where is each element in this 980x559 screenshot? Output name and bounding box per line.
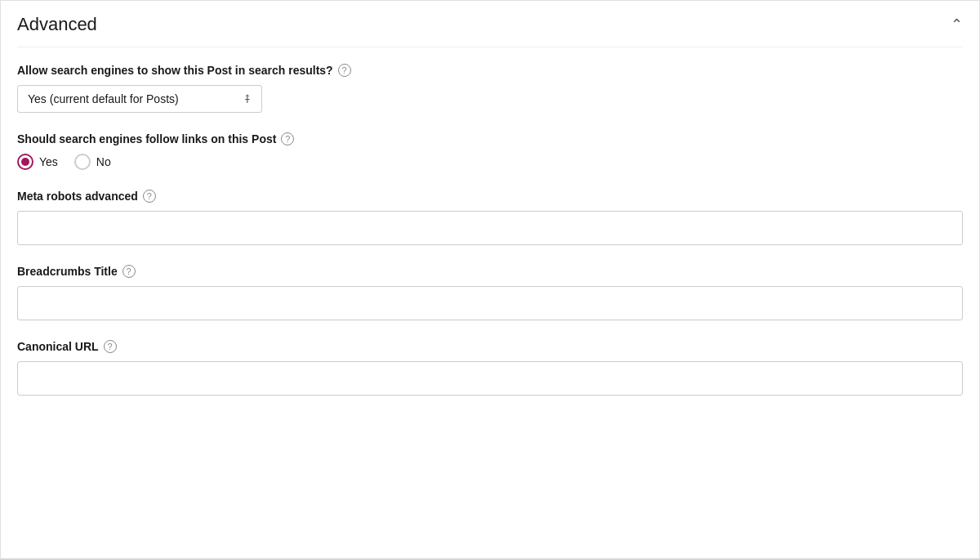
search-visibility-select[interactable]: Yes (current default for Posts) No Yes: [17, 85, 262, 113]
follow-links-yes-radio[interactable]: Yes: [17, 154, 58, 170]
search-visibility-label: Allow search engines to show this Post i…: [17, 64, 963, 77]
meta-robots-input[interactable]: [17, 211, 963, 245]
advanced-panel: Advanced ⌃ Allow search engines to show …: [0, 0, 980, 559]
panel-title: Advanced: [17, 14, 97, 35]
meta-robots-section: Meta robots advanced ?: [17, 190, 963, 245]
follow-links-no-radio[interactable]: No: [74, 154, 111, 170]
breadcrumbs-title-input[interactable]: [17, 286, 963, 320]
follow-links-section: Should search engines follow links on th…: [17, 132, 963, 170]
search-visibility-section: Allow search engines to show this Post i…: [17, 64, 963, 113]
search-visibility-select-wrapper: Yes (current default for Posts) No Yes ⤉: [17, 85, 262, 113]
canonical-url-label: Canonical URL ?: [17, 340, 963, 353]
canonical-url-input[interactable]: [17, 361, 963, 396]
canonical-url-help-icon[interactable]: ?: [104, 340, 117, 353]
follow-links-help-icon[interactable]: ?: [281, 132, 294, 145]
follow-links-radio-group: Yes No: [17, 154, 963, 170]
breadcrumbs-title-section: Breadcrumbs Title ?: [17, 265, 963, 320]
search-visibility-help-icon[interactable]: ?: [338, 64, 351, 77]
follow-links-label: Should search engines follow links on th…: [17, 132, 963, 145]
meta-robots-help-icon[interactable]: ?: [143, 190, 156, 203]
follow-links-yes-radio-button[interactable]: [17, 154, 33, 170]
meta-robots-label: Meta robots advanced ?: [17, 190, 963, 203]
follow-links-no-radio-button[interactable]: [74, 154, 91, 170]
breadcrumbs-title-label: Breadcrumbs Title ?: [17, 265, 963, 278]
canonical-url-section: Canonical URL ?: [17, 340, 963, 396]
collapse-icon[interactable]: ⌃: [951, 16, 963, 34]
breadcrumbs-title-help-icon[interactable]: ?: [122, 265, 136, 278]
panel-header: Advanced ⌃: [17, 14, 963, 47]
